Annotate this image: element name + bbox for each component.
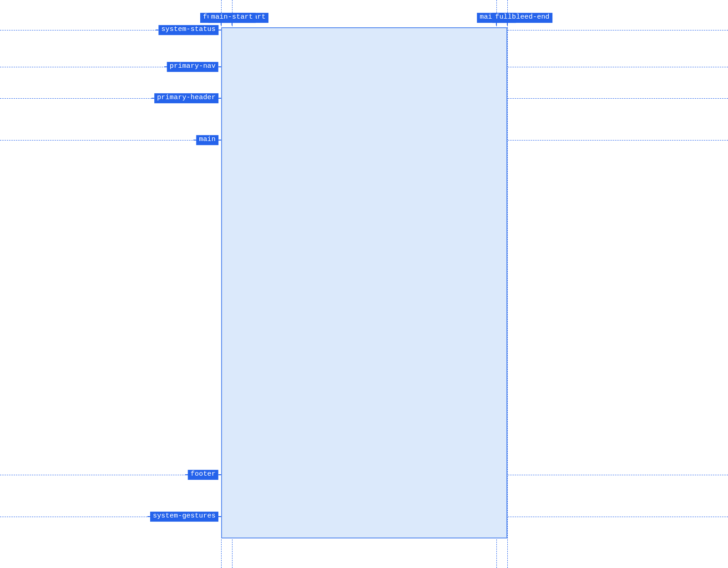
row-tick-right-footer: [218, 474, 221, 475]
row-label-main: main: [196, 135, 218, 145]
row-label-system-gestures: system-gestures: [150, 512, 218, 522]
row-label-primary-nav: primary-nav: [167, 62, 218, 72]
row-tick-left-system-status: [156, 30, 158, 30]
row-tick-left-main: [193, 140, 196, 141]
row-tick-left-primary-header: [152, 98, 154, 99]
row-tick-right-main: [218, 140, 221, 141]
column-tick-main-start: [232, 23, 233, 25]
row-label-footer: footer: [188, 470, 218, 480]
device-frame: [221, 27, 507, 538]
row-tick-right-primary-header: [218, 98, 221, 99]
row-tick-right-primary-nav: [218, 66, 221, 67]
row-tick-left-footer: [185, 474, 188, 475]
row-label-system-status: system-status: [158, 25, 218, 35]
column-line-fullbleed-end: [507, 0, 508, 568]
row-tick-left-primary-nav: [164, 66, 167, 67]
column-tick-fullbleed-start: [221, 23, 222, 25]
row-tick-left-system-gestures: [147, 516, 150, 517]
row-label-primary-header: primary-header: [154, 93, 218, 103]
column-tick-fullbleed-end: [507, 23, 508, 25]
column-label-fullbleed-end: fullbleed-end: [492, 13, 552, 23]
column-label-main-start: main-start: [208, 13, 256, 23]
row-tick-right-system-status: [218, 30, 221, 30]
column-tick-main-end: [496, 23, 497, 25]
row-tick-right-system-gestures: [218, 516, 221, 517]
